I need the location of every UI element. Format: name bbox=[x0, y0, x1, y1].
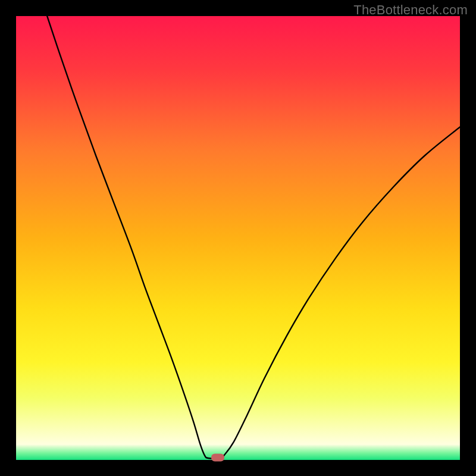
watermark-text: TheBottleneck.com bbox=[353, 2, 468, 18]
optimal-point-marker bbox=[211, 453, 224, 461]
bottleneck-chart bbox=[16, 16, 460, 460]
plot-area bbox=[16, 16, 460, 460]
gradient-background bbox=[16, 16, 460, 460]
chart-frame: TheBottleneck.com bbox=[0, 0, 476, 476]
